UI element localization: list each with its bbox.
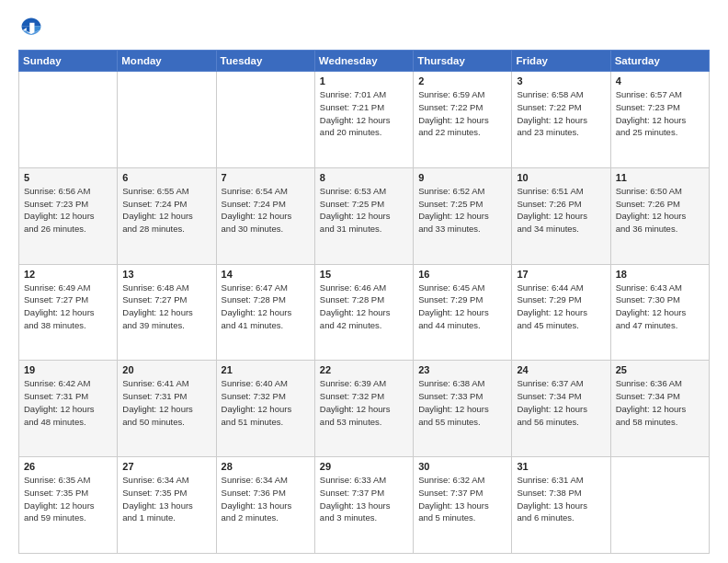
day-info: Sunrise: 6:47 AMSunset: 7:28 PMDaylight:… [222,282,310,332]
calendar-week-1: 1Sunrise: 7:01 AMSunset: 7:21 PMDaylight… [19,72,710,168]
day-number: 28 [222,461,310,472]
day-number: 10 [517,172,605,183]
day-info: Sunrise: 6:57 AMSunset: 7:23 PMDaylight:… [616,88,704,139]
weekday-header-saturday: Saturday [610,51,709,72]
day-number: 8 [320,172,408,183]
day-info: Sunrise: 6:46 AMSunset: 7:28 PMDaylight:… [320,282,408,332]
day-info: Sunrise: 6:42 AMSunset: 7:31 PMDaylight:… [24,377,112,428]
day-number: 20 [122,364,210,375]
calendar-cell: 18Sunrise: 6:43 AMSunset: 7:30 PMDayligh… [610,264,709,361]
calendar-cell: 7Sunrise: 6:54 AMSunset: 7:24 PMDaylight… [216,167,314,264]
day-number: 30 [418,461,506,472]
calendar-cell: 6Sunrise: 6:55 AMSunset: 7:24 PMDaylight… [118,167,216,264]
day-info: Sunrise: 7:01 AMSunset: 7:21 PMDaylight:… [320,88,408,139]
day-info: Sunrise: 6:44 AMSunset: 7:29 PMDaylight:… [517,282,605,332]
calendar-cell: 27Sunrise: 6:34 AMSunset: 7:35 PMDayligh… [118,457,216,554]
day-number: 11 [616,172,704,183]
day-number: 25 [616,364,704,375]
day-number: 26 [24,461,112,472]
calendar-cell [610,457,709,554]
day-info: Sunrise: 6:51 AMSunset: 7:26 PMDaylight:… [517,185,605,236]
calendar-cell: 8Sunrise: 6:53 AMSunset: 7:25 PMDaylight… [314,167,413,264]
calendar-cell: 9Sunrise: 6:52 AMSunset: 7:25 PMDaylight… [414,167,512,264]
day-info: Sunrise: 6:43 AMSunset: 7:30 PMDaylight:… [616,282,704,332]
weekday-header-thursday: Thursday [414,51,512,72]
day-info: Sunrise: 6:37 AMSunset: 7:34 PMDaylight:… [517,377,605,428]
day-info: Sunrise: 6:59 AMSunset: 7:22 PMDaylight:… [418,88,506,139]
logo-icon [18,15,44,40]
day-info: Sunrise: 6:39 AMSunset: 7:32 PMDaylight:… [320,377,408,428]
calendar-cell: 21Sunrise: 6:40 AMSunset: 7:32 PMDayligh… [216,361,314,457]
day-info: Sunrise: 6:56 AMSunset: 7:23 PMDaylight:… [24,185,112,236]
calendar-cell: 24Sunrise: 6:37 AMSunset: 7:34 PMDayligh… [512,361,610,457]
day-info: Sunrise: 6:53 AMSunset: 7:25 PMDaylight:… [320,185,408,236]
header [18,15,710,40]
day-number: 15 [320,269,408,280]
calendar-cell: 29Sunrise: 6:33 AMSunset: 7:37 PMDayligh… [314,457,413,554]
day-number: 3 [517,75,605,86]
calendar-week-4: 19Sunrise: 6:42 AMSunset: 7:31 PMDayligh… [19,361,710,457]
calendar-cell: 3Sunrise: 6:58 AMSunset: 7:22 PMDaylight… [512,72,610,168]
day-info: Sunrise: 6:35 AMSunset: 7:35 PMDaylight:… [24,474,112,524]
day-number: 24 [517,364,605,375]
day-info: Sunrise: 6:48 AMSunset: 7:27 PMDaylight:… [122,282,210,332]
day-number: 23 [418,364,506,375]
day-number: 27 [122,461,210,472]
weekday-header-wednesday: Wednesday [314,51,413,72]
calendar-cell: 11Sunrise: 6:50 AMSunset: 7:26 PMDayligh… [610,167,709,264]
calendar-cell: 10Sunrise: 6:51 AMSunset: 7:26 PMDayligh… [512,167,610,264]
day-info: Sunrise: 6:45 AMSunset: 7:29 PMDaylight:… [418,282,506,332]
calendar-cell: 19Sunrise: 6:42 AMSunset: 7:31 PMDayligh… [19,361,118,457]
day-number: 14 [222,269,310,280]
day-info: Sunrise: 6:38 AMSunset: 7:33 PMDaylight:… [418,377,506,428]
day-info: Sunrise: 6:32 AMSunset: 7:37 PMDaylight:… [418,474,506,524]
day-info: Sunrise: 6:33 AMSunset: 7:37 PMDaylight:… [320,474,408,524]
day-info: Sunrise: 6:54 AMSunset: 7:24 PMDaylight:… [222,185,310,236]
day-number: 6 [122,172,210,183]
calendar-cell: 25Sunrise: 6:36 AMSunset: 7:34 PMDayligh… [610,361,709,457]
day-info: Sunrise: 6:41 AMSunset: 7:31 PMDaylight:… [122,377,210,428]
calendar-week-3: 12Sunrise: 6:49 AMSunset: 7:27 PMDayligh… [19,264,710,361]
weekday-header-row: SundayMondayTuesdayWednesdayThursdayFrid… [19,51,710,72]
day-number: 18 [616,269,704,280]
day-info: Sunrise: 6:58 AMSunset: 7:22 PMDaylight:… [517,88,605,139]
calendar-cell: 4Sunrise: 6:57 AMSunset: 7:23 PMDaylight… [610,72,709,168]
day-number: 2 [418,75,506,86]
day-info: Sunrise: 6:34 AMSunset: 7:36 PMDaylight:… [222,474,310,524]
weekday-header-monday: Monday [118,51,216,72]
weekday-header-sunday: Sunday [19,51,118,72]
day-number: 1 [320,75,408,86]
day-number: 12 [24,269,112,280]
day-number: 7 [222,172,310,183]
day-number: 21 [222,364,310,375]
weekday-header-tuesday: Tuesday [216,51,314,72]
calendar-cell [118,72,216,168]
calendar-week-5: 26Sunrise: 6:35 AMSunset: 7:35 PMDayligh… [19,457,710,554]
day-info: Sunrise: 6:34 AMSunset: 7:35 PMDaylight:… [122,474,210,524]
day-number: 4 [616,75,704,86]
day-number: 16 [418,269,506,280]
calendar-cell: 12Sunrise: 6:49 AMSunset: 7:27 PMDayligh… [19,264,118,361]
day-number: 22 [320,364,408,375]
day-info: Sunrise: 6:49 AMSunset: 7:27 PMDaylight:… [24,282,112,332]
calendar-cell: 28Sunrise: 6:34 AMSunset: 7:36 PMDayligh… [216,457,314,554]
calendar-cell: 22Sunrise: 6:39 AMSunset: 7:32 PMDayligh… [314,361,413,457]
calendar-cell: 20Sunrise: 6:41 AMSunset: 7:31 PMDayligh… [118,361,216,457]
calendar-table: SundayMondayTuesdayWednesdayThursdayFrid… [18,50,710,554]
calendar-cell: 17Sunrise: 6:44 AMSunset: 7:29 PMDayligh… [512,264,610,361]
day-number: 31 [517,461,605,472]
calendar-cell: 16Sunrise: 6:45 AMSunset: 7:29 PMDayligh… [414,264,512,361]
day-number: 29 [320,461,408,472]
day-info: Sunrise: 6:31 AMSunset: 7:38 PMDaylight:… [517,474,605,524]
calendar-cell: 31Sunrise: 6:31 AMSunset: 7:38 PMDayligh… [512,457,610,554]
day-number: 19 [24,364,112,375]
calendar-cell: 23Sunrise: 6:38 AMSunset: 7:33 PMDayligh… [414,361,512,457]
calendar-cell: 15Sunrise: 6:46 AMSunset: 7:28 PMDayligh… [314,264,413,361]
calendar-cell: 14Sunrise: 6:47 AMSunset: 7:28 PMDayligh… [216,264,314,361]
calendar-cell: 1Sunrise: 7:01 AMSunset: 7:21 PMDaylight… [314,72,413,168]
calendar-cell: 30Sunrise: 6:32 AMSunset: 7:37 PMDayligh… [414,457,512,554]
weekday-header-friday: Friday [512,51,610,72]
calendar-cell [216,72,314,168]
day-number: 9 [418,172,506,183]
calendar-cell: 13Sunrise: 6:48 AMSunset: 7:27 PMDayligh… [118,264,216,361]
